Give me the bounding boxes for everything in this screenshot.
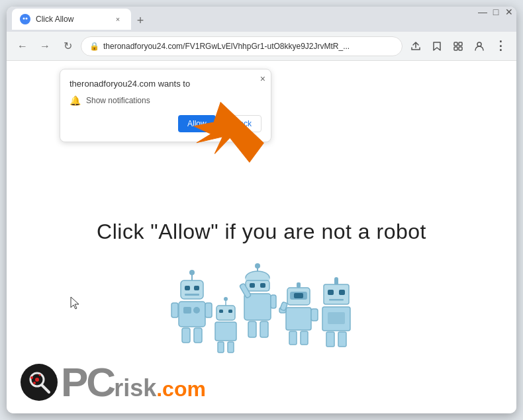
svg-rect-36 <box>246 280 269 291</box>
svg-rect-23 <box>194 328 202 343</box>
svg-point-8 <box>477 42 481 46</box>
svg-point-2 <box>26 18 28 20</box>
svg-rect-62 <box>326 332 334 347</box>
popup-notification-label: Show notifications <box>86 96 150 105</box>
pcrisk-text: PC risk .com <box>61 362 206 403</box>
forward-button[interactable]: → <box>36 37 54 56</box>
dotcom-text: .com <box>156 378 206 399</box>
minimize-button[interactable]: — <box>477 7 489 17</box>
close-button[interactable]: ✕ <box>503 7 515 17</box>
svg-point-68 <box>30 376 33 379</box>
tab-close-button[interactable]: × <box>113 14 123 24</box>
svg-rect-17 <box>179 302 205 327</box>
svg-rect-30 <box>218 342 224 353</box>
svg-rect-46 <box>294 293 303 298</box>
svg-point-1 <box>23 18 25 20</box>
svg-rect-52 <box>289 331 297 345</box>
extensions-button[interactable] <box>449 37 467 56</box>
svg-marker-3 <box>434 42 440 50</box>
svg-rect-21 <box>205 303 212 317</box>
svg-rect-6 <box>454 47 457 50</box>
svg-rect-51 <box>311 309 318 321</box>
svg-point-64 <box>21 364 58 401</box>
refresh-button[interactable]: ↻ <box>58 37 77 56</box>
svg-point-59 <box>334 277 338 281</box>
share-button[interactable] <box>406 37 425 56</box>
svg-rect-20 <box>171 303 178 317</box>
svg-rect-27 <box>219 310 223 313</box>
pcrisk-footer: PC risk .com <box>20 362 206 403</box>
svg-rect-18 <box>183 307 191 314</box>
svg-rect-41 <box>271 295 276 308</box>
svg-rect-47 <box>297 282 301 288</box>
svg-rect-14 <box>185 286 190 290</box>
menu-button[interactable]: ⋮ <box>491 37 510 56</box>
svg-rect-5 <box>459 42 462 46</box>
pc-letters: PC <box>61 362 114 403</box>
svg-rect-29 <box>215 322 236 341</box>
new-tab-button[interactable]: + <box>131 11 150 30</box>
tabs-area: Click Allow × + <box>12 9 511 30</box>
svg-point-33 <box>255 263 260 269</box>
mouse-cursor <box>70 296 83 314</box>
robot-illustration <box>162 263 361 378</box>
svg-rect-16 <box>185 294 199 296</box>
svg-point-69 <box>39 374 41 376</box>
svg-point-12 <box>189 270 195 275</box>
svg-rect-55 <box>328 290 334 295</box>
toolbar-icons: ⋮ <box>406 37 510 56</box>
svg-rect-7 <box>459 47 462 50</box>
svg-rect-48 <box>286 308 311 330</box>
address-text: theronadforyou24.com/FV1RGwLvElVhhpGr1-u… <box>103 42 394 51</box>
lock-icon: 🔒 <box>89 42 99 51</box>
svg-rect-54 <box>324 284 349 304</box>
svg-rect-4 <box>454 42 457 46</box>
svg-point-70 <box>33 382 36 384</box>
svg-rect-43 <box>260 321 268 337</box>
svg-point-66 <box>35 378 39 382</box>
svg-rect-42 <box>248 321 256 337</box>
svg-rect-53 <box>301 331 308 345</box>
popup-close-button[interactable]: × <box>260 73 265 84</box>
tab-label: Click Allow <box>36 15 107 24</box>
main-text: Click "Allow" if you are not a robot <box>7 220 516 244</box>
tab-favicon <box>20 14 30 24</box>
browser-window: Click Allow × + — □ ✕ ← → ↻ 🔒 theronadfo… <box>7 7 516 413</box>
back-button[interactable]: ← <box>13 37 32 56</box>
svg-rect-63 <box>338 332 346 347</box>
svg-marker-10 <box>192 93 268 172</box>
svg-rect-37 <box>250 283 255 288</box>
active-tab[interactable]: Click Allow × <box>12 9 131 30</box>
svg-point-19 <box>193 307 200 314</box>
pcrisk-logo-icon <box>20 363 58 401</box>
title-bar: Click Allow × + — □ ✕ <box>7 7 516 32</box>
page-content: × theronadforyou24.com wants to 🔔 Show n… <box>7 61 516 413</box>
maximize-button[interactable]: □ <box>490 7 502 17</box>
risk-text: risk <box>114 376 156 400</box>
svg-rect-22 <box>182 328 190 343</box>
profile-button[interactable] <box>470 37 489 56</box>
svg-point-0 <box>22 16 28 22</box>
svg-rect-13 <box>181 280 203 299</box>
address-bar[interactable]: 🔒 theronadforyou24.com/FV1RGwLvElVhhpGr1… <box>81 36 403 56</box>
orange-arrow <box>192 93 278 172</box>
svg-rect-38 <box>260 283 265 288</box>
toolbar: ← → ↻ 🔒 theronadforyou24.com/FV1RGwLvElV… <box>7 32 516 61</box>
svg-point-25 <box>224 297 228 301</box>
popup-domain-text: theronadforyou24.com wants to <box>70 79 262 89</box>
svg-rect-15 <box>194 286 199 290</box>
bell-icon: 🔔 <box>70 95 81 106</box>
svg-rect-61 <box>328 312 345 324</box>
svg-rect-26 <box>216 306 235 320</box>
svg-rect-28 <box>228 310 232 313</box>
svg-rect-57 <box>329 299 344 301</box>
svg-rect-56 <box>339 290 345 295</box>
robots-svg <box>162 263 361 378</box>
svg-rect-31 <box>228 342 234 353</box>
bookmark-button[interactable] <box>428 37 446 56</box>
